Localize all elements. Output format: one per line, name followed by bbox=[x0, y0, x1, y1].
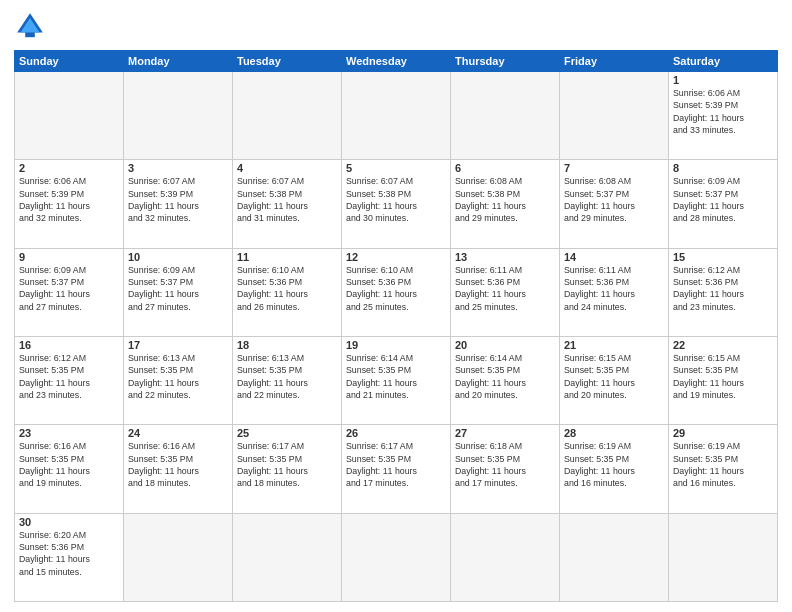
calendar-cell bbox=[342, 72, 451, 160]
week-row-2: 9Sunrise: 6:09 AM Sunset: 5:37 PM Daylig… bbox=[15, 248, 778, 336]
day-number: 22 bbox=[673, 339, 773, 351]
calendar-cell: 17Sunrise: 6:13 AM Sunset: 5:35 PM Dayli… bbox=[124, 336, 233, 424]
day-info: Sunrise: 6:08 AM Sunset: 5:37 PM Dayligh… bbox=[564, 175, 664, 224]
day-info: Sunrise: 6:09 AM Sunset: 5:37 PM Dayligh… bbox=[673, 175, 773, 224]
calendar-cell bbox=[342, 513, 451, 601]
day-info: Sunrise: 6:15 AM Sunset: 5:35 PM Dayligh… bbox=[564, 352, 664, 401]
calendar-cell bbox=[233, 513, 342, 601]
logo-icon bbox=[14, 10, 46, 42]
day-info: Sunrise: 6:14 AM Sunset: 5:35 PM Dayligh… bbox=[346, 352, 446, 401]
day-info: Sunrise: 6:11 AM Sunset: 5:36 PM Dayligh… bbox=[564, 264, 664, 313]
calendar-cell: 19Sunrise: 6:14 AM Sunset: 5:35 PM Dayli… bbox=[342, 336, 451, 424]
calendar-cell: 2Sunrise: 6:06 AM Sunset: 5:39 PM Daylig… bbox=[15, 160, 124, 248]
day-info: Sunrise: 6:07 AM Sunset: 5:38 PM Dayligh… bbox=[346, 175, 446, 224]
calendar-cell: 4Sunrise: 6:07 AM Sunset: 5:38 PM Daylig… bbox=[233, 160, 342, 248]
weekday-header-tuesday: Tuesday bbox=[233, 51, 342, 72]
week-row-0: 1Sunrise: 6:06 AM Sunset: 5:39 PM Daylig… bbox=[15, 72, 778, 160]
calendar-cell: 25Sunrise: 6:17 AM Sunset: 5:35 PM Dayli… bbox=[233, 425, 342, 513]
day-number: 6 bbox=[455, 162, 555, 174]
day-number: 30 bbox=[19, 516, 119, 528]
calendar-cell: 20Sunrise: 6:14 AM Sunset: 5:35 PM Dayli… bbox=[451, 336, 560, 424]
page: SundayMondayTuesdayWednesdayThursdayFrid… bbox=[0, 0, 792, 612]
day-number: 19 bbox=[346, 339, 446, 351]
calendar-cell: 24Sunrise: 6:16 AM Sunset: 5:35 PM Dayli… bbox=[124, 425, 233, 513]
day-number: 4 bbox=[237, 162, 337, 174]
calendar-cell: 1Sunrise: 6:06 AM Sunset: 5:39 PM Daylig… bbox=[669, 72, 778, 160]
calendar-cell: 8Sunrise: 6:09 AM Sunset: 5:37 PM Daylig… bbox=[669, 160, 778, 248]
day-number: 10 bbox=[128, 251, 228, 263]
day-info: Sunrise: 6:17 AM Sunset: 5:35 PM Dayligh… bbox=[237, 440, 337, 489]
day-info: Sunrise: 6:09 AM Sunset: 5:37 PM Dayligh… bbox=[19, 264, 119, 313]
calendar-cell: 15Sunrise: 6:12 AM Sunset: 5:36 PM Dayli… bbox=[669, 248, 778, 336]
week-row-4: 23Sunrise: 6:16 AM Sunset: 5:35 PM Dayli… bbox=[15, 425, 778, 513]
calendar-cell: 6Sunrise: 6:08 AM Sunset: 5:38 PM Daylig… bbox=[451, 160, 560, 248]
day-info: Sunrise: 6:13 AM Sunset: 5:35 PM Dayligh… bbox=[237, 352, 337, 401]
day-number: 25 bbox=[237, 427, 337, 439]
calendar-cell: 27Sunrise: 6:18 AM Sunset: 5:35 PM Dayli… bbox=[451, 425, 560, 513]
day-number: 8 bbox=[673, 162, 773, 174]
calendar-cell bbox=[124, 513, 233, 601]
calendar-body: 1Sunrise: 6:06 AM Sunset: 5:39 PM Daylig… bbox=[15, 72, 778, 602]
day-info: Sunrise: 6:06 AM Sunset: 5:39 PM Dayligh… bbox=[673, 87, 773, 136]
day-number: 13 bbox=[455, 251, 555, 263]
day-number: 23 bbox=[19, 427, 119, 439]
calendar-cell: 13Sunrise: 6:11 AM Sunset: 5:36 PM Dayli… bbox=[451, 248, 560, 336]
header bbox=[14, 10, 778, 42]
day-number: 29 bbox=[673, 427, 773, 439]
day-info: Sunrise: 6:19 AM Sunset: 5:35 PM Dayligh… bbox=[564, 440, 664, 489]
weekday-header-wednesday: Wednesday bbox=[342, 51, 451, 72]
day-info: Sunrise: 6:19 AM Sunset: 5:35 PM Dayligh… bbox=[673, 440, 773, 489]
day-info: Sunrise: 6:07 AM Sunset: 5:39 PM Dayligh… bbox=[128, 175, 228, 224]
day-number: 11 bbox=[237, 251, 337, 263]
calendar-cell bbox=[560, 72, 669, 160]
day-number: 20 bbox=[455, 339, 555, 351]
calendar-cell: 9Sunrise: 6:09 AM Sunset: 5:37 PM Daylig… bbox=[15, 248, 124, 336]
calendar-cell: 14Sunrise: 6:11 AM Sunset: 5:36 PM Dayli… bbox=[560, 248, 669, 336]
day-info: Sunrise: 6:10 AM Sunset: 5:36 PM Dayligh… bbox=[237, 264, 337, 313]
calendar-cell bbox=[451, 513, 560, 601]
calendar-cell: 23Sunrise: 6:16 AM Sunset: 5:35 PM Dayli… bbox=[15, 425, 124, 513]
week-row-3: 16Sunrise: 6:12 AM Sunset: 5:35 PM Dayli… bbox=[15, 336, 778, 424]
day-info: Sunrise: 6:16 AM Sunset: 5:35 PM Dayligh… bbox=[128, 440, 228, 489]
day-number: 28 bbox=[564, 427, 664, 439]
day-number: 17 bbox=[128, 339, 228, 351]
day-info: Sunrise: 6:10 AM Sunset: 5:36 PM Dayligh… bbox=[346, 264, 446, 313]
day-number: 27 bbox=[455, 427, 555, 439]
calendar: SundayMondayTuesdayWednesdayThursdayFrid… bbox=[14, 50, 778, 602]
day-number: 2 bbox=[19, 162, 119, 174]
calendar-cell: 7Sunrise: 6:08 AM Sunset: 5:37 PM Daylig… bbox=[560, 160, 669, 248]
calendar-cell: 18Sunrise: 6:13 AM Sunset: 5:35 PM Dayli… bbox=[233, 336, 342, 424]
calendar-cell: 3Sunrise: 6:07 AM Sunset: 5:39 PM Daylig… bbox=[124, 160, 233, 248]
day-number: 16 bbox=[19, 339, 119, 351]
day-info: Sunrise: 6:11 AM Sunset: 5:36 PM Dayligh… bbox=[455, 264, 555, 313]
day-number: 21 bbox=[564, 339, 664, 351]
day-number: 26 bbox=[346, 427, 446, 439]
calendar-cell bbox=[124, 72, 233, 160]
weekday-header-monday: Monday bbox=[124, 51, 233, 72]
day-info: Sunrise: 6:09 AM Sunset: 5:37 PM Dayligh… bbox=[128, 264, 228, 313]
day-number: 1 bbox=[673, 74, 773, 86]
calendar-cell bbox=[560, 513, 669, 601]
calendar-cell bbox=[233, 72, 342, 160]
calendar-cell: 21Sunrise: 6:15 AM Sunset: 5:35 PM Dayli… bbox=[560, 336, 669, 424]
day-info: Sunrise: 6:12 AM Sunset: 5:36 PM Dayligh… bbox=[673, 264, 773, 313]
weekday-header-thursday: Thursday bbox=[451, 51, 560, 72]
calendar-cell bbox=[451, 72, 560, 160]
day-info: Sunrise: 6:06 AM Sunset: 5:39 PM Dayligh… bbox=[19, 175, 119, 224]
day-number: 5 bbox=[346, 162, 446, 174]
week-row-5: 30Sunrise: 6:20 AM Sunset: 5:36 PM Dayli… bbox=[15, 513, 778, 601]
day-info: Sunrise: 6:14 AM Sunset: 5:35 PM Dayligh… bbox=[455, 352, 555, 401]
day-number: 24 bbox=[128, 427, 228, 439]
day-info: Sunrise: 6:15 AM Sunset: 5:35 PM Dayligh… bbox=[673, 352, 773, 401]
weekday-row: SundayMondayTuesdayWednesdayThursdayFrid… bbox=[15, 51, 778, 72]
day-info: Sunrise: 6:07 AM Sunset: 5:38 PM Dayligh… bbox=[237, 175, 337, 224]
calendar-cell bbox=[669, 513, 778, 601]
calendar-cell: 26Sunrise: 6:17 AM Sunset: 5:35 PM Dayli… bbox=[342, 425, 451, 513]
day-number: 9 bbox=[19, 251, 119, 263]
day-number: 3 bbox=[128, 162, 228, 174]
day-number: 14 bbox=[564, 251, 664, 263]
day-info: Sunrise: 6:18 AM Sunset: 5:35 PM Dayligh… bbox=[455, 440, 555, 489]
svg-rect-2 bbox=[25, 32, 35, 37]
calendar-cell: 28Sunrise: 6:19 AM Sunset: 5:35 PM Dayli… bbox=[560, 425, 669, 513]
weekday-header-saturday: Saturday bbox=[669, 51, 778, 72]
